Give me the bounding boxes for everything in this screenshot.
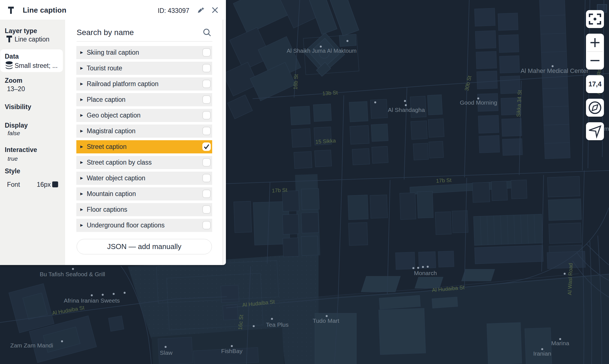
svg-text:Al Maher Medical Center: Al Maher Medical Center bbox=[521, 67, 589, 74]
svg-text:17b St: 17b St bbox=[436, 177, 452, 184]
svg-text:Slaw: Slaw bbox=[160, 349, 173, 356]
svg-text:Marina: Marina bbox=[551, 340, 569, 346]
svg-text:Al Shaikh Juma Al Maktoum: Al Shaikh Juma Al Maktoum bbox=[287, 48, 357, 54]
svg-text:Good Morning: Good Morning bbox=[460, 99, 497, 106]
svg-text:Iranian: Iranian bbox=[533, 350, 551, 357]
svg-text:16b St: 16b St bbox=[292, 74, 299, 90]
svg-text:Monarch: Monarch bbox=[414, 270, 437, 276]
svg-text:Tudo Mart: Tudo Mart bbox=[313, 317, 339, 324]
svg-text:17b St: 17b St bbox=[272, 187, 288, 194]
svg-text:Al Shandagha: Al Shandagha bbox=[388, 107, 425, 113]
svg-text:Zam Zam Mandi: Zam Zam Mandi bbox=[10, 342, 53, 349]
svg-text:ma: ma bbox=[604, 125, 609, 132]
svg-text:13b St: 13b St bbox=[322, 89, 338, 96]
svg-text:Afrina Iranian Sweets: Afrina Iranian Sweets bbox=[64, 297, 120, 304]
svg-text:Al Wasl Road: Al Wasl Road bbox=[567, 263, 574, 295]
svg-text:FishBay: FishBay bbox=[221, 348, 242, 354]
svg-text:Bu Tafish Seafood & Grill: Bu Tafish Seafood & Grill bbox=[40, 271, 105, 277]
svg-text:Tea Plus: Tea Plus bbox=[266, 321, 289, 328]
